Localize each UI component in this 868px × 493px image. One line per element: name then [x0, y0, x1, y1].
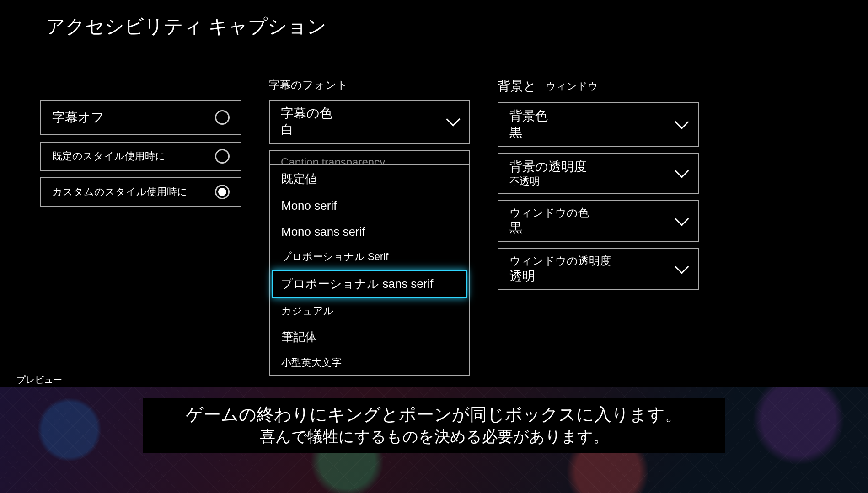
font-option-prop-serif[interactable]: プロポーショナル Serif: [270, 245, 469, 269]
caption-default-style-label: 既定のスタイル使用時に: [52, 149, 166, 163]
caption-custom-style-label: カスタムのスタイル使用時に: [52, 185, 188, 199]
radio-icon: [215, 110, 230, 125]
chevron-down-icon: [675, 164, 689, 178]
window-color-value: 黒: [509, 220, 589, 236]
preview-label: プレビュー: [16, 374, 62, 386]
background-transparency-title: 背景の透明度: [509, 159, 587, 175]
caption-font-menu: 既定値 Mono serif Mono sans serif プロポーショナル …: [269, 164, 470, 376]
chevron-down-icon: [675, 115, 689, 129]
radio-icon: [215, 185, 230, 199]
background-color-value: 黒: [509, 124, 548, 141]
radio-icon: [215, 149, 230, 164]
font-option-mono-serif[interactable]: Mono serif: [270, 193, 469, 219]
font-section-title: 字幕のフォント: [269, 78, 348, 92]
caption-preview-line-2: 喜んで犠牲にするものを決める必要があります。: [152, 426, 716, 447]
caption-off-label: 字幕オフ: [52, 109, 104, 126]
font-section-header: 字幕のフォント: [269, 78, 470, 92]
window-transparency-dropdown[interactable]: ウィンドウの透明度 透明: [498, 248, 699, 290]
window-color-title: ウィンドウの色: [509, 206, 589, 220]
window-transparency-title: ウィンドウの透明度: [509, 254, 611, 268]
window-transparency-value: 透明: [509, 268, 611, 285]
caption-default-style-option[interactable]: 既定のスタイル使用時に: [40, 142, 241, 171]
window-section-subtitle: ウィンドウ: [546, 80, 598, 93]
caption-color-dropdown[interactable]: 字幕の色 白: [269, 100, 470, 144]
font-option-default[interactable]: 既定値: [270, 165, 469, 193]
caption-preview-box: ゲームの終わりにキングとポーンが同じボックスに入ります。 喜んで犠牲にするものを…: [143, 398, 725, 453]
background-color-title: 背景色: [509, 108, 548, 124]
font-option-mono-sans[interactable]: Mono sans serif: [270, 219, 469, 245]
preview-area: ゲームの終わりにキングとポーンが同じボックスに入ります。 喜んで犠牲にするものを…: [0, 387, 868, 493]
background-section-title: 背景と: [498, 78, 536, 95]
font-option-cursive[interactable]: 筆記体: [270, 323, 469, 351]
caption-off-option[interactable]: 字幕オフ: [40, 100, 241, 135]
font-option-casual[interactable]: カジュアル: [270, 299, 469, 323]
caption-transparency-dropdown-obscured[interactable]: Caption transparency: [269, 150, 470, 164]
chevron-down-icon: [675, 260, 689, 274]
caption-color-title: 字幕の色: [281, 105, 332, 122]
caption-preview-line-1: ゲームの終わりにキングとポーンが同じボックスに入ります。: [152, 403, 716, 426]
caption-transparency-title: Caption transparency: [281, 156, 385, 164]
background-transparency-dropdown[interactable]: 背景の透明度 不透明: [498, 153, 699, 194]
font-option-prop-sans[interactable]: プロポーショナル sans serif: [272, 270, 467, 298]
chevron-down-icon: [675, 212, 689, 226]
background-color-dropdown[interactable]: 背景色 黒: [498, 102, 699, 147]
caption-custom-style-option[interactable]: カスタムのスタイル使用時に: [40, 177, 241, 207]
window-color-dropdown[interactable]: ウィンドウの色 黒: [498, 200, 699, 242]
caption-mode-group: 字幕オフ 既定のスタイル使用時に カスタムのスタイル使用時に: [40, 100, 241, 376]
chevron-down-icon: [446, 112, 460, 127]
page-title: アクセシビリティ キャプション: [46, 14, 327, 39]
font-option-small-caps[interactable]: 小型英大文字: [270, 351, 469, 375]
background-section-header: 背景と ウィンドウ: [498, 78, 699, 95]
caption-color-value: 白: [281, 122, 332, 138]
background-transparency-value: 不透明: [509, 175, 587, 188]
